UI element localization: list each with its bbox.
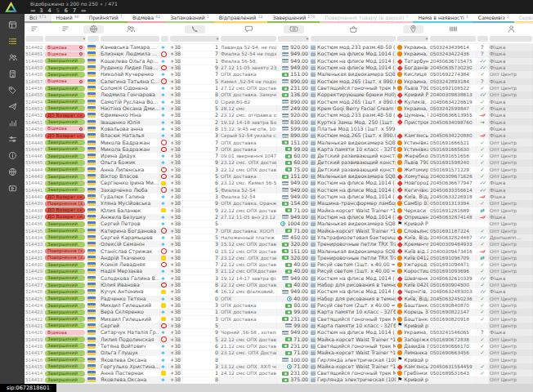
table-row[interactable]: 514456ЗавершенийСоломія Сідонена*+38127.… [25,85,533,91]
sidebar-item-web[interactable] [5,167,20,177]
table-row[interactable]: 514452ДО Возврат ск…Єфименко Ніна*+38223… [25,112,533,118]
filter-input-phone[interactable] [170,36,219,42]
col-header-phone[interactable] [169,24,220,34]
filter-input-price[interactable] [278,36,309,42]
table-row[interactable]: 514462ВідмоваКаневська Тамара …*+381Лава… [25,44,533,51]
table-row[interactable]: 514425ЗавершенийРадченко Тетяна*+380ОПХ4… [25,296,533,302]
filter-source[interactable] [489,34,533,43]
pager-page-6[interactable]: 6 [65,7,68,14]
table-row[interactable]: 514460ЗавершенийКошелева Ольга Ар…*+381Ф… [25,58,533,65]
pager-first-icon[interactable]: «« [30,7,34,13]
filter-loc[interactable] [396,34,429,43]
sidebar-item-statistics[interactable] [5,118,20,128]
col-header-id[interactable] [25,24,44,34]
col-header-loc[interactable] [396,24,429,34]
tab-Повернення товару (в дорозі)[interactable]: Повернення товару (в дорозі)0 [320,14,413,23]
table-row[interactable]: 514422ЗавершенийМихаил Гилецький+383ОПХ … [25,316,533,323]
table-row[interactable]: 514443ЗавершенийВіктор Власов+385ОПХ дос… [25,173,533,180]
filter-op[interactable] [160,34,169,43]
table-row[interactable]: 514447ЗавершенийМикола Бадражан+387ОПХ д… [25,146,533,153]
filter-input-op[interactable] [161,36,168,42]
table-row[interactable]: 514433ЗавершенийОлексій Семанін*+38315.1… [25,241,533,247]
tab-Прийнятий[interactable]: Прийнятий7 [84,14,128,23]
table-row[interactable]: 514421ЗавершенийСергей+38599.00Карта пам… [25,323,533,329]
table-row[interactable]: 514414ЗавершенийАнна Пастернак+38124.12 … [25,370,533,376]
table-row[interactable]: 514439Повернення (з…Уляна Мусійовська*+3… [25,200,533,207]
table-row[interactable]: 514429ЗавершенийНадія Мерзаєва*+38321.12… [25,268,533,274]
filter-comment[interactable] [220,34,277,43]
page-size-caret-icon[interactable]: ▾ [101,2,103,7]
table-row[interactable]: 514434ЗавершенийСергей Карамышев*+385Нал… [25,234,533,241]
table-row[interactable]: 514415ЗавершенийГоргулько Христина…*+383… [25,363,533,370]
pager-page-5[interactable]: 5 [56,7,60,14]
filter-name[interactable] [100,34,160,43]
col-header-price[interactable] [277,24,310,34]
filter-input-loc[interactable] [397,36,428,42]
table-row[interactable]: 514455ЗавершенийЛюдмила Гончарова*+388ОП… [25,91,533,98]
filter-flag[interactable] [87,34,100,43]
col-header-product[interactable] [310,24,396,34]
table-row[interactable]: 514446ЗавершенийИрина Дидух*+38709.01 зв… [25,153,533,159]
pager-last-icon[interactable]: »» [81,7,85,13]
filter-mark[interactable] [477,34,489,43]
table-row[interactable]: 514432Повернення (з…Станіслав Стрижак+38… [25,247,533,254]
sidebar-item-products[interactable] [5,85,20,96]
tab-Сервіси[interactable]: Сервіси0 [514,14,533,23]
table-row[interactable]: 514428ЗавершенийСолодкова Галина В…*+383… [25,275,533,282]
table-row[interactable]: 514448ЗавершенийМикола Бадражан+387ОПХ д… [25,139,533,145]
table-row[interactable]: 514437ДО Возврат ск…Анжела Безушку*+3822… [25,214,533,220]
filter-input-status[interactable] [45,36,86,42]
filter-input-product[interactable] [311,36,396,42]
sidebar-item-company[interactable] [5,69,20,79]
col-header-name[interactable] [100,24,160,34]
tab-Нема в наявності[interactable]: Нема в наявності1 [413,14,473,23]
table-row[interactable]: 514450ВідмоваКовальова анна*+38815.12. 9… [25,126,533,132]
filter-input-comment[interactable] [221,36,276,42]
table-row[interactable]: 514431Повернення (з…Андрій Ткаченко+3872… [25,255,533,261]
col-header-comment[interactable] [220,24,277,34]
table-row[interactable]: 514454ЗавершенийСамотій Руслана Во…*+380… [25,99,533,105]
table-row[interactable]: 514442ЗавершенийСергіюнко Ірина Ми…+3862… [25,180,533,186]
filter-product[interactable] [310,34,396,43]
sidebar-item-boards[interactable] [5,20,20,30]
filter-price[interactable] [277,34,310,43]
table-row[interactable]: 514444ЗавершенийАнна Липенська+38322.12 … [25,167,533,173]
filter-track[interactable] [429,34,477,43]
sidebar-item-mailing[interactable] [5,101,20,112]
table-row[interactable]: 514413ЗавершенийЯковлева Оксана*+388375.… [25,376,533,383]
sidebar-item-settings[interactable] [5,134,20,145]
col-header-flag[interactable] [87,24,100,34]
filter-status[interactable] [44,34,87,43]
table-row[interactable]: 514419ЗавершенийЛилия Подолинская+38522.… [25,336,533,342]
tab-Запакований[interactable]: Запакований1 [165,14,214,23]
filter-input-source[interactable] [490,36,532,42]
sidebar-item-clients[interactable] [5,52,20,63]
table-row[interactable]: 514435ЗавершенийКатерина Богданова+387ОП… [25,227,533,234]
table-row[interactable]: 514441ЗавершенийЗахарченко Люба+385Фиалк… [25,187,533,194]
table-row[interactable]: 514453ЗавершенийНікітіна Оксана Дми…*+38… [25,105,533,112]
sidebar-item-video[interactable] [5,183,20,194]
table-row[interactable]: 514458ЗавершенийНиколай Кучеренко*+387ОП… [25,71,533,78]
table-row[interactable]: 514417ЗавершенийОльга Глущук*+38023.12 с… [25,350,533,356]
table-row[interactable]: 514457ВідмоваСалегина Татьяна С…+385Кеме… [25,78,533,85]
pager-page-4[interactable]: 4 [47,7,51,14]
filter-input-mark[interactable] [477,36,488,42]
table-row[interactable]: 514459ЗавершенийРуденко Лидия Пав…+38927… [25,65,533,71]
filter-input-id[interactable] [25,36,43,42]
filter-input-track[interactable] [430,36,476,42]
table-row[interactable]: 514427ЗавершенийЮлия Иванова+38822.12 см… [25,282,533,288]
table-row[interactable]: 514423ЗавершенийВера Скляренко*+381ОПХ д… [25,309,533,315]
filter-id[interactable] [25,34,44,43]
filter-input-name[interactable] [101,36,159,42]
table-row[interactable]: 514426ЗавершенийКучук Антонина+38416.12 … [25,288,533,295]
table-row[interactable]: 514418ЗавершенийТетяна Войтович*+38621.1… [25,343,533,350]
col-header-mark[interactable] [477,24,489,34]
table-row[interactable]: 514440ДО Возврат ск…Гудалюк Галина*+383Ф… [25,194,533,200]
tab-Завершений[interactable]: Завершений278 [267,14,320,23]
col-header-track[interactable] [429,24,477,34]
pager-page-7[interactable]: 7 [73,7,76,14]
table-row[interactable]: 514430ЗавершенийКсенія Левадняя+38722.12… [25,261,533,268]
table-row[interactable]: 514438ДО Возврат ск…Юлия Баланюк+38922.1… [25,207,533,214]
table-row[interactable]: 514416ЗавершенийЯковлева Оксана*+388100.… [25,356,533,363]
table-row[interactable]: 514449ДО Возврат ск…Власюк Наталья*+383С… [25,132,533,139]
